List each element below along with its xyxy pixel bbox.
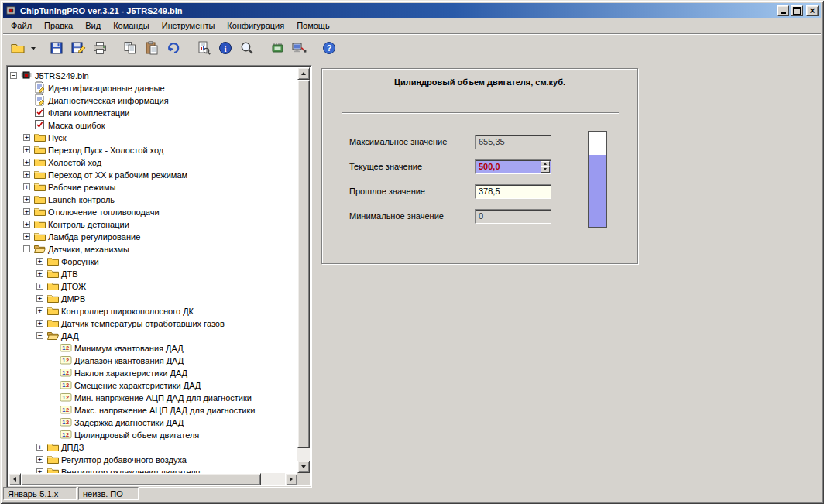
tree-item[interactable]: +Регулятор добавочного воздуха <box>9 453 297 465</box>
maximum-value-input[interactable]: 655,35 <box>475 135 551 149</box>
tree-item[interactable]: −ДАД <box>9 329 297 341</box>
tree-item-label: Мин. напряжение АЦП ДАД для диагностики <box>74 393 253 403</box>
menu-item-file[interactable]: Файл <box>5 18 38 33</box>
horizontal-scrollbar-thumb[interactable] <box>21 473 261 485</box>
tree-item[interactable]: +ДТВ <box>9 267 297 279</box>
tree-item[interactable]: Диагностическая информация <box>9 94 297 106</box>
save-button[interactable] <box>46 37 67 59</box>
tree-expander-minus[interactable]: − <box>23 245 30 252</box>
help-button[interactable]: ? <box>318 37 340 59</box>
tree-expander-plus[interactable]: + <box>36 283 43 290</box>
tree-item[interactable]: +Форсунки <box>9 255 297 267</box>
tree-item[interactable]: +Переход от ХХ к рабочим режимам <box>9 168 297 180</box>
svg-text:1: 1 <box>62 431 65 438</box>
tree-item[interactable]: +Контроллер широкополосного ДК <box>9 304 297 317</box>
tree-item[interactable]: 12Минимум квантования ДАД <box>9 341 297 354</box>
tree-expander-plus[interactable]: + <box>36 295 43 302</box>
menu-item-help[interactable]: Помощь <box>290 18 336 33</box>
menu-item-view[interactable]: Вид <box>79 18 107 33</box>
tree-expander-plus[interactable]: + <box>23 159 30 166</box>
connect-button[interactable] <box>288 37 310 59</box>
spinner-down-button[interactable] <box>541 166 550 173</box>
menu-item-tools[interactable]: Инструменты <box>156 18 221 33</box>
tree-item[interactable]: +ДТОЖ <box>9 279 297 292</box>
tree-item[interactable]: +Переход Пуск - Холостой ход <box>9 143 297 156</box>
tree-item[interactable]: 12Диапазон квантования ДАД <box>9 354 297 366</box>
tree-item[interactable]: +Пуск <box>9 131 297 143</box>
menu-item-configuration[interactable]: Конфигурация <box>221 18 290 33</box>
vertical-scrollbar-thumb[interactable] <box>297 80 310 448</box>
tree-expander-minus[interactable]: − <box>36 332 43 339</box>
maximize-button[interactable] <box>791 5 803 16</box>
tree-item[interactable]: −Датчики, механизмы <box>9 242 297 255</box>
tree-item[interactable]: 12Смещение характеристики ДАД <box>9 379 297 391</box>
tree-expander-plus[interactable]: + <box>23 196 30 203</box>
tree-item[interactable]: 12Наклон характеристики ДАД <box>9 366 297 379</box>
tree-expander-plus[interactable]: + <box>36 270 43 277</box>
tree-expander-plus[interactable]: + <box>23 171 30 178</box>
vertical-scrollbar[interactable] <box>297 67 310 473</box>
tree-expander-plus[interactable]: + <box>36 307 43 314</box>
search-button[interactable] <box>236 37 258 59</box>
tree-item[interactable]: 12Мин. напряжение АЦП ДАД для диагностик… <box>9 391 297 403</box>
tree-item[interactable]: +Ламбда-регулирование <box>9 230 297 242</box>
paste-button[interactable] <box>141 37 163 59</box>
tree-expander-plus[interactable]: + <box>23 208 30 215</box>
tree-item[interactable]: +Датчик температуры отработавших газов <box>9 317 297 329</box>
spinner-up-button[interactable] <box>541 161 550 167</box>
adjust-button[interactable] <box>266 37 288 59</box>
open-button[interactable] <box>7 37 29 59</box>
tree-expander-plus[interactable]: + <box>23 221 30 228</box>
close-button[interactable] <box>806 5 819 16</box>
horizontal-scrollbar[interactable] <box>9 473 297 485</box>
tree-item[interactable]: +Контроль детонации <box>9 218 297 230</box>
tree-expander-plus[interactable]: + <box>23 183 30 190</box>
tree-item-label: Датчики, механизмы <box>48 244 131 254</box>
scroll-right-button[interactable] <box>285 473 297 485</box>
tree-expander-plus[interactable]: + <box>36 456 43 463</box>
tree-item[interactable]: Идентификационные данные <box>9 81 297 94</box>
menu-item-commands[interactable]: Команды <box>107 18 156 33</box>
tree-item[interactable]: +Рабочие режимы <box>9 180 297 193</box>
folder-icon <box>33 131 46 143</box>
tree-item[interactable]: +Launch-контроль <box>9 193 297 205</box>
scroll-left-button[interactable] <box>9 473 21 485</box>
info-button[interactable]: i <box>215 37 236 59</box>
copy-button[interactable] <box>119 37 141 59</box>
undo-button[interactable] <box>163 37 184 59</box>
tree-item[interactable]: Маска ошибок <box>9 118 297 131</box>
tree-item[interactable]: +Холостой ход <box>9 156 297 168</box>
menu-item-edit[interactable]: Правка <box>38 18 79 33</box>
save-as-button[interactable] <box>67 37 89 59</box>
tree-expander-minus[interactable]: − <box>10 72 17 79</box>
print-button[interactable] <box>89 37 111 59</box>
tree-item[interactable]: +ДМРВ <box>9 292 297 304</box>
tree-item[interactable]: 12Цилиндровый объем двигателя <box>9 428 297 441</box>
tree-expander-plus[interactable]: + <box>36 320 43 327</box>
minimize-button[interactable] <box>777 5 789 16</box>
tree-expander-plus[interactable]: + <box>36 258 43 265</box>
current-value-input[interactable]: 500,0 <box>475 159 551 174</box>
scrollbar-corner <box>297 473 310 485</box>
tree-item-label: Пуск <box>48 132 68 142</box>
tree-item[interactable]: 12Макс. напряжение АЦП ДАД для диагности… <box>9 403 297 416</box>
tree-expander-plus[interactable]: + <box>23 146 30 153</box>
tree-item[interactable]: 12Задержка диагностики ДАД <box>9 416 297 428</box>
tree-expander-plus[interactable]: + <box>23 134 30 141</box>
tree-item[interactable]: −J5TRS249.bin <box>9 69 297 81</box>
tree-expander-plus[interactable]: + <box>23 233 30 240</box>
scroll-down-button[interactable] <box>297 461 310 473</box>
report-button[interactable] <box>193 37 215 59</box>
tree-item[interactable]: +Вентилятор охлаждения двигателя <box>9 465 297 473</box>
tree-expander-plus[interactable]: + <box>36 444 43 451</box>
previous-value-input[interactable]: 378,5 <box>475 184 551 199</box>
tree-item[interactable]: +Отключение топливоподачи <box>9 205 297 218</box>
previous-value: 378,5 <box>479 187 500 196</box>
minimum-value-input[interactable]: 0 <box>475 209 551 224</box>
gauge-fill <box>589 155 606 227</box>
scroll-up-button[interactable] <box>297 67 310 80</box>
tree-item[interactable]: +ДПДЗ <box>9 441 297 453</box>
open-dropdown-arrow[interactable] <box>29 37 37 59</box>
tree-item[interactable]: Флаги комплектации <box>9 106 297 118</box>
title-bar: ChipTuningPRO ver.3.21 - J5TRS249.bin <box>3 3 821 18</box>
